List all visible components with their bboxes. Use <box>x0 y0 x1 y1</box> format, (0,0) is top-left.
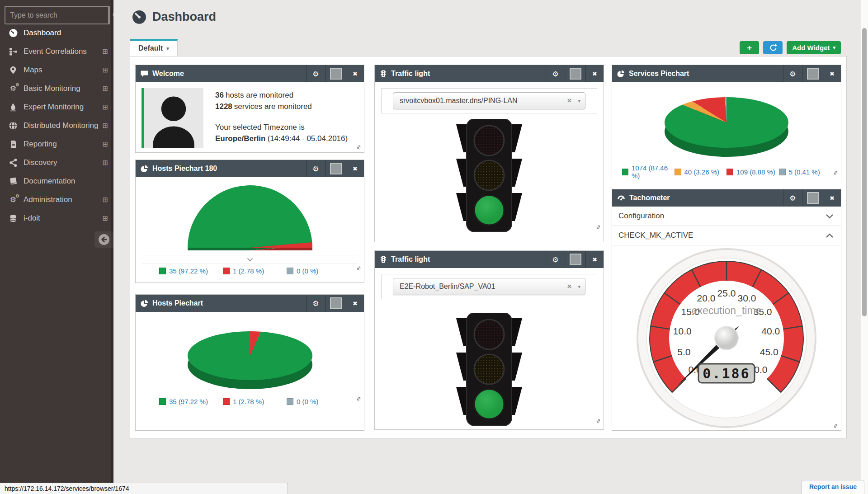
sidebar-item-i-doit[interactable]: i-doit ⊞ <box>0 209 113 227</box>
caret-down-icon: ▾ <box>166 46 169 52</box>
scrollbar-thumb[interactable] <box>862 28 867 316</box>
widget-color-button[interactable] <box>325 65 346 82</box>
sidebar-item-dashboard[interactable]: Dashboard <box>0 24 113 42</box>
resize-handle[interactable] <box>833 423 839 431</box>
select-dropdown-arrow[interactable]: ▾ <box>578 284 580 290</box>
resize-handle[interactable] <box>356 395 362 404</box>
resize-handle[interactable] <box>595 224 601 232</box>
refresh-button[interactable] <box>763 41 783 54</box>
report-issue-button[interactable]: Report an issue <box>802 480 864 494</box>
widget-settings-button[interactable]: ⚙ <box>306 65 325 82</box>
expand-icon[interactable]: ⊞ <box>102 66 108 74</box>
widget-settings-button[interactable]: ⚙ <box>546 65 565 82</box>
expand-icon[interactable]: ⊞ <box>102 122 108 130</box>
gears-icon: ⚙⚙ <box>7 84 19 93</box>
legend-item[interactable]: 5 (0.41 %) <box>779 164 831 179</box>
globe-icon <box>7 121 19 130</box>
user-avatar-icon <box>144 88 203 148</box>
legend-item[interactable]: 1 (2.78 %) <box>223 398 287 405</box>
widget-header[interactable]: Traffic light ⚙ ✖ <box>375 251 604 268</box>
expand-icon[interactable]: ⊞ <box>102 214 108 222</box>
widget-header[interactable]: Tachometer ⚙ ✖ <box>612 189 841 207</box>
widget-close-button[interactable]: ✖ <box>346 160 364 177</box>
clear-selection-icon[interactable]: × <box>567 96 572 105</box>
legend-item[interactable]: 1 (2.78 %) <box>223 267 287 275</box>
caret-down-icon: ▾ <box>833 45 835 51</box>
sidebar-item-reporting[interactable]: Reporting ⊞ <box>0 135 113 153</box>
legend-item[interactable]: 35 (97.22 %) <box>149 267 223 275</box>
sidebar-collapse-button[interactable] <box>94 231 113 248</box>
add-dashboard-tab-button[interactable]: + <box>740 41 759 54</box>
sidebar-item-basic-monitoring[interactable]: ⚙⚙ Basic Monitoring ⊞ <box>0 79 113 98</box>
expand-icon[interactable]: ⊞ <box>102 140 108 148</box>
widget-body: 1074 (87.46 %) 40 (3.26 %) 109 (8.88 %) … <box>612 82 841 179</box>
widget-header[interactable]: Services Piechart ⚙ ✖ <box>612 65 841 82</box>
page-title: Dashboard <box>132 9 216 24</box>
widget-header[interactable]: Hosts Piechart 180 ⚙ ✖ <box>136 160 364 177</box>
svg-text:45.0: 45.0 <box>760 347 778 357</box>
widget-header[interactable]: Hosts Piechart ⚙ ✖ <box>136 295 364 312</box>
accordion-check-mk-active[interactable]: CHECK_MK_ACTIVE <box>612 226 841 245</box>
widget-header[interactable]: Traffic light ⚙ ✖ <box>375 65 604 82</box>
expand-icon[interactable]: ⊞ <box>102 159 108 167</box>
widget-header[interactable]: Welcome ⚙ ✖ <box>136 65 364 82</box>
add-widget-button[interactable]: Add Widget▾ <box>787 41 841 54</box>
resize-handle[interactable] <box>595 418 601 426</box>
widget-settings-button[interactable]: ⚙ <box>306 295 325 312</box>
legend-item[interactable]: 35 (97.22 %) <box>149 398 223 405</box>
clear-selection-icon[interactable]: × <box>567 282 572 291</box>
tab-default[interactable]: Default▾ <box>130 39 178 56</box>
widget-color-button[interactable] <box>565 65 585 82</box>
traffic-light-graphic <box>455 119 523 232</box>
service-select[interactable]: E2E-Robot_Berlin/SAP_VA01 × ▾ <box>393 278 585 295</box>
select-dropdown-arrow[interactable]: ▾ <box>578 98 580 104</box>
widget-traffic-light-1: Traffic light ⚙ ✖ srvoitcvbox01.master.d… <box>374 65 604 242</box>
widget-color-button[interactable] <box>325 160 346 177</box>
widget-close-button[interactable]: ✖ <box>346 295 364 312</box>
widget-close-button[interactable]: ✖ <box>823 65 841 82</box>
widget-settings-button[interactable]: ⚙ <box>783 65 802 82</box>
chart-collapse-toggle[interactable] <box>142 255 358 263</box>
expand-icon[interactable]: ⊞ <box>102 103 108 111</box>
accordion-configuration[interactable]: Configuration <box>612 207 841 226</box>
resize-handle[interactable] <box>833 169 839 178</box>
expand-icon[interactable]: ⊞ <box>102 196 108 204</box>
resize-handle[interactable] <box>356 265 362 273</box>
sidebar-item-event-correlations[interactable]: Event Correlations ⊞ <box>0 42 113 61</box>
widget-body: 35 (97.22 %) 1 (2.78 %) 0 (0 %) <box>136 177 364 275</box>
scrollbar-track <box>860 0 868 494</box>
sidebar-item-documentation[interactable]: Documentation <box>0 172 113 190</box>
widget-settings-button[interactable]: ⚙ <box>306 160 325 177</box>
sidebar-item-distributed-monitoring[interactable]: Distributed Monitoring ⊞ <box>0 116 113 135</box>
widget-color-button[interactable] <box>325 295 346 312</box>
sidebar-item-administration[interactable]: ⚙⚙ Administration ⊞ <box>0 190 113 209</box>
widget-close-button[interactable]: ✖ <box>346 65 364 82</box>
main-area: Dashboard + Add Widget▾ Default▾ Welcome… <box>113 0 861 494</box>
legend-item[interactable]: 109 (8.88 %) <box>726 164 779 179</box>
widget-color-button[interactable] <box>565 251 585 268</box>
widget-close-button[interactable]: ✖ <box>823 189 841 207</box>
widget-body: 36hosts are monitored 1228services are m… <box>136 82 364 154</box>
sidebar-item-discovery[interactable]: Discovery ⊞ <box>0 153 113 172</box>
search-input[interactable] <box>5 11 108 19</box>
legend-item[interactable]: 1074 (87.46 %) <box>622 164 675 179</box>
legend-item[interactable]: 0 (0 %) <box>287 398 350 405</box>
widget-settings-button[interactable]: ⚙ <box>783 189 802 207</box>
expand-icon[interactable]: ⊞ <box>102 47 108 56</box>
widget-close-button[interactable]: ✖ <box>585 65 604 82</box>
widget-close-button[interactable]: ✖ <box>585 251 604 268</box>
widget-color-button[interactable] <box>802 189 823 207</box>
resize-handle[interactable] <box>356 144 362 152</box>
widget-color-button[interactable] <box>802 65 823 82</box>
legend-item[interactable]: 0 (0 %) <box>287 267 350 275</box>
legend-swatch <box>675 169 681 175</box>
widget-welcome: Welcome ⚙ ✖ 36hosts are monit <box>135 65 364 153</box>
widget-settings-button[interactable]: ⚙ <box>546 251 565 268</box>
sidebar-item-maps[interactable]: Maps ⊞ <box>0 61 113 79</box>
legend-item[interactable]: 40 (3.26 %) <box>675 164 727 179</box>
sidebar-item-expert-monitoring[interactable]: Expert Monitoring ⊞ <box>0 98 113 116</box>
expand-icon[interactable]: ⊞ <box>102 85 108 93</box>
droplet-icon <box>7 103 19 112</box>
hosts-180-pie-chart <box>151 181 349 252</box>
service-select[interactable]: srvoitcvbox01.master.dns/PING-LAN × ▾ <box>393 92 585 109</box>
